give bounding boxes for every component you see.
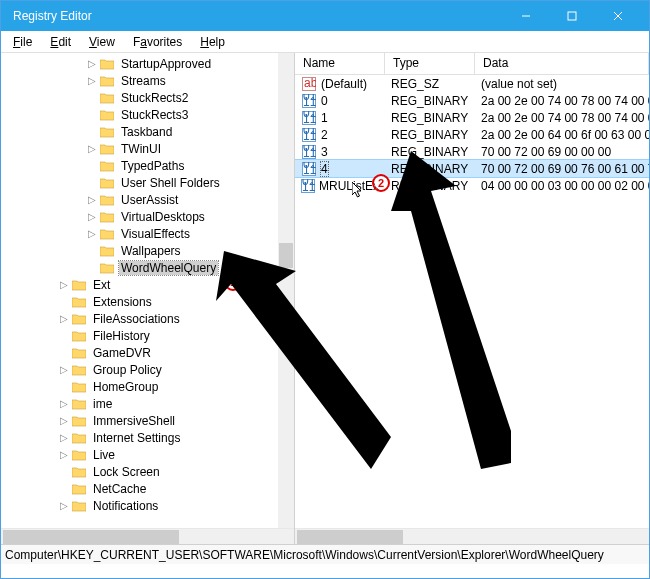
tree-item[interactable]: Taskband <box>1 123 294 140</box>
tree-item[interactable]: StuckRects2 <box>1 89 294 106</box>
tree-item[interactable]: ▷VisualEffects <box>1 225 294 242</box>
folder-icon <box>71 414 87 428</box>
tree-item-label: TypedPaths <box>119 159 186 173</box>
tree-item[interactable]: Lock Screen <box>1 463 294 480</box>
content-area: ▷StartupApproved▷StreamsStuckRects2Stuck… <box>1 53 649 544</box>
tree-item[interactable]: WordWheelQuery <box>1 259 294 276</box>
value-row[interactable]: ab(Default)REG_SZ(value not set) <box>295 75 649 92</box>
tree-item[interactable]: NetCache <box>1 480 294 497</box>
tree-item-label: NetCache <box>91 482 148 496</box>
expand-toggle-icon[interactable]: ▷ <box>85 75 99 86</box>
expand-toggle-icon[interactable]: ▷ <box>57 432 71 443</box>
tree-item-label: Lock Screen <box>91 465 162 479</box>
tree-item-label: Taskband <box>119 125 174 139</box>
tree-item[interactable]: ▷Ext <box>1 276 294 293</box>
value-data: 70 00 72 00 69 00 00 00 <box>475 145 649 159</box>
binary-value-icon: 011110 <box>301 178 315 194</box>
svg-text:110: 110 <box>303 112 316 125</box>
column-data[interactable]: Data <box>475 53 649 74</box>
tree-item[interactable]: ▷ime <box>1 395 294 412</box>
tree-item[interactable]: ▷Internet Settings <box>1 429 294 446</box>
tree-item[interactable]: ▷UserAssist <box>1 191 294 208</box>
tree-item[interactable]: HomeGroup <box>1 378 294 395</box>
value-row[interactable]: 011110MRUListExREG_BINARY04 00 00 00 03 … <box>295 177 649 194</box>
tree-item[interactable]: Extensions <box>1 293 294 310</box>
folder-icon <box>71 431 87 445</box>
expand-toggle-icon[interactable]: ▷ <box>57 449 71 460</box>
expand-toggle-icon[interactable]: ▷ <box>85 143 99 154</box>
tree-horizontal-scrollbar[interactable] <box>1 528 294 544</box>
tree-item[interactable]: FileHistory <box>1 327 294 344</box>
folder-icon <box>99 159 115 173</box>
svg-rect-1 <box>568 12 576 20</box>
value-row[interactable]: 0111104REG_BINARY70 00 72 00 69 00 76 00… <box>295 160 649 177</box>
expand-toggle-icon[interactable]: ▷ <box>85 194 99 205</box>
value-type: REG_BINARY <box>385 111 475 125</box>
tree-item[interactable]: ▷Notifications <box>1 497 294 514</box>
value-type: REG_BINARY <box>385 179 475 193</box>
list-horizontal-scrollbar[interactable] <box>295 528 649 544</box>
column-type[interactable]: Type <box>385 53 475 74</box>
maximize-button[interactable] <box>549 1 595 31</box>
value-data: 04 00 00 00 03 00 00 00 02 00 00 00 <box>475 179 649 193</box>
tree-item[interactable]: ▷FileAssociations <box>1 310 294 327</box>
expand-toggle-icon[interactable]: ▷ <box>85 58 99 69</box>
folder-icon <box>71 295 87 309</box>
tree-item-label: StuckRects3 <box>119 108 190 122</box>
expand-toggle-icon[interactable]: ▷ <box>57 364 71 375</box>
registry-tree[interactable]: ▷StartupApproved▷StreamsStuckRects2Stuck… <box>1 53 294 516</box>
tree-item[interactable]: ▷Group Policy <box>1 361 294 378</box>
expand-toggle-icon[interactable]: ▷ <box>57 415 71 426</box>
value-name: 4 <box>321 162 328 176</box>
value-list[interactable]: ab(Default)REG_SZ(value not set)0111100R… <box>295 75 649 194</box>
minimize-button[interactable] <box>503 1 549 31</box>
tree-item[interactable]: GameDVR <box>1 344 294 361</box>
title-bar: Registry Editor <box>1 1 649 31</box>
value-data: (value not set) <box>475 77 649 91</box>
expand-toggle-icon[interactable]: ▷ <box>57 313 71 324</box>
expand-toggle-icon[interactable]: ▷ <box>85 211 99 222</box>
menu-view[interactable]: View <box>81 33 123 51</box>
close-button[interactable] <box>595 1 641 31</box>
tree-item-label: Wallpapers <box>119 244 183 258</box>
menu-edit[interactable]: Edit <box>42 33 79 51</box>
tree-item[interactable]: ▷TWinUI <box>1 140 294 157</box>
tree-vertical-scrollbar[interactable] <box>278 53 294 528</box>
tree-item[interactable]: TypedPaths <box>1 157 294 174</box>
value-data: 70 00 72 00 69 00 76 00 61 00 74 <box>475 162 649 176</box>
value-row[interactable]: 0111101REG_BINARY2a 00 2e 00 74 00 78 00… <box>295 109 649 126</box>
binary-value-icon: 011110 <box>301 110 317 126</box>
tree-item[interactable]: ▷StartupApproved <box>1 55 294 72</box>
svg-text:110: 110 <box>302 180 315 193</box>
value-row[interactable]: 0111103REG_BINARY70 00 72 00 69 00 00 00 <box>295 143 649 160</box>
value-name: 0 <box>321 94 328 108</box>
folder-icon <box>71 329 87 343</box>
folder-icon <box>99 210 115 224</box>
tree-item[interactable]: StuckRects3 <box>1 106 294 123</box>
tree-item[interactable]: ▷Live <box>1 446 294 463</box>
value-type: REG_BINARY <box>385 162 475 176</box>
value-row[interactable]: 0111100REG_BINARY2a 00 2e 00 74 00 78 00… <box>295 92 649 109</box>
menu-help[interactable]: Help <box>192 33 233 51</box>
menu-bar: File Edit View Favorites Help <box>1 31 649 53</box>
value-row[interactable]: 0111102REG_BINARY2a 00 2e 00 64 00 6f 00… <box>295 126 649 143</box>
tree-item[interactable]: ▷Streams <box>1 72 294 89</box>
tree-item[interactable]: User Shell Folders <box>1 174 294 191</box>
value-type: REG_BINARY <box>385 145 475 159</box>
menu-favorites[interactable]: Favorites <box>125 33 190 51</box>
value-type: REG_SZ <box>385 77 475 91</box>
column-name[interactable]: Name <box>295 53 385 74</box>
folder-icon <box>71 482 87 496</box>
expand-toggle-icon[interactable]: ▷ <box>57 398 71 409</box>
tree-item[interactable]: Wallpapers <box>1 242 294 259</box>
tree-item[interactable]: ▷VirtualDesktops <box>1 208 294 225</box>
tree-item[interactable]: ▷ImmersiveShell <box>1 412 294 429</box>
binary-value-icon: 011110 <box>301 161 317 177</box>
menu-file[interactable]: File <box>5 33 40 51</box>
expand-toggle-icon[interactable]: ▷ <box>57 500 71 511</box>
value-list-header: Name Type Data <box>295 53 649 75</box>
expand-toggle-icon[interactable]: ▷ <box>85 228 99 239</box>
binary-value-icon: 011110 <box>301 93 317 109</box>
value-name: (Default) <box>321 77 367 91</box>
expand-toggle-icon[interactable]: ▷ <box>57 279 71 290</box>
